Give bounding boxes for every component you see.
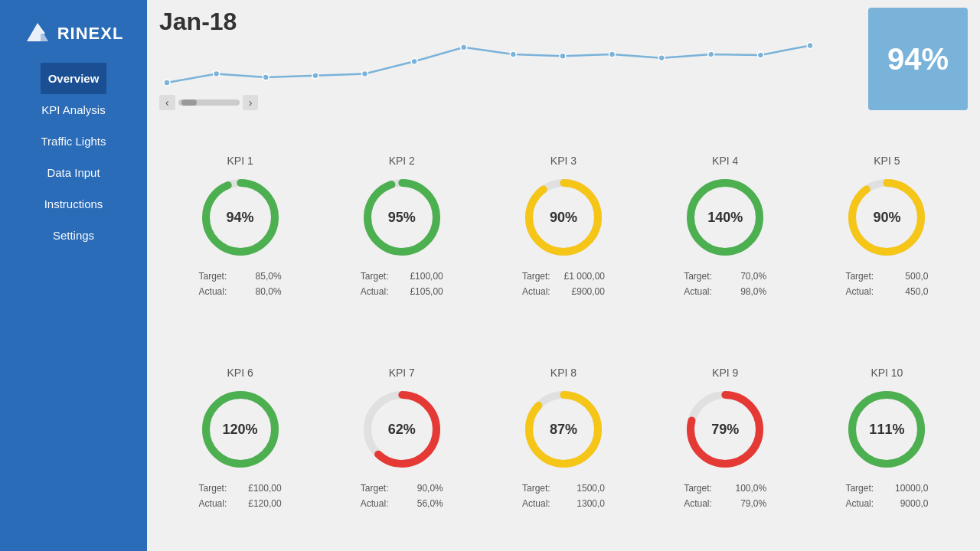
donut-kpi7: 62% (356, 383, 448, 475)
slider-track[interactable] (178, 99, 240, 106)
target-value: 500,0 (882, 269, 928, 284)
actual-value: 79,0% (720, 497, 766, 511)
target-value: 100,0% (720, 481, 766, 496)
line-chart-svg (159, 39, 818, 89)
kpi-stats-kpi10: Target:10000,0 Actual:9000,0 (845, 481, 928, 510)
donut-kpi10: 111% (841, 383, 933, 475)
target-label: Target: (199, 481, 236, 496)
trend-chart (159, 39, 856, 92)
svg-point-11 (609, 51, 616, 57)
actual-label: Actual: (684, 285, 720, 299)
target-value: 90,0% (397, 481, 443, 496)
actual-value: £900,00 (559, 285, 605, 299)
next-button[interactable]: › (243, 95, 259, 110)
kpi-title-kpi8: KPI 8 (550, 367, 577, 379)
logo-text: RINEXL (57, 24, 124, 44)
kpi-stats-kpi8: Target:1500,0 Actual:1300,0 (522, 481, 605, 510)
header-left: Jan-18 ‹ › (159, 8, 856, 110)
target-label: Target: (684, 269, 720, 284)
svg-point-5 (312, 73, 318, 79)
kpi-card-kpi6: KPI 6120%Target:£100,00 Actual:£120,00 (159, 333, 321, 545)
kpi-title-kpi4: KPI 4 (712, 155, 738, 167)
sidebar-item-data-input[interactable]: Data Input (41, 157, 106, 188)
svg-point-4 (263, 74, 269, 80)
actual-label: Actual: (684, 497, 720, 511)
actual-value: 98,0% (720, 285, 766, 299)
donut-label-kpi9: 79% (711, 422, 739, 438)
logo-area: RINEXL (16, 8, 132, 63)
target-value: 10000,0 (882, 481, 928, 496)
donut-label-kpi1: 94% (227, 210, 254, 226)
actual-value: 80,0% (236, 285, 282, 299)
target-label: Target: (522, 481, 559, 496)
sidebar-item-kpi-analysis[interactable]: KPI Analysis (41, 94, 106, 126)
sidebar-item-overview[interactable]: Overview (41, 63, 106, 94)
overall-percent-box: 94% (868, 8, 968, 110)
svg-point-8 (461, 44, 467, 51)
kpi-stats-kpi5: Target:500,0 Actual:450,0 (845, 269, 928, 298)
donut-label-kpi3: 90% (550, 210, 577, 226)
target-label: Target: (522, 269, 559, 284)
sidebar-item-traffic-lights[interactable]: Traffic Lights (41, 126, 106, 157)
donut-kpi4: 140% (679, 171, 771, 263)
target-value: 70,0% (720, 269, 766, 284)
target-value: £1 000,00 (559, 269, 605, 284)
kpi-card-kpi1: KPI 194%Target:85,0% Actual:80,0% (159, 121, 321, 333)
actual-label: Actual: (199, 497, 236, 511)
kpi-card-kpi3: KPI 390%Target:£1 000,00 Actual:£900,00 (482, 121, 644, 333)
actual-value: 450,0 (882, 285, 928, 299)
kpi-card-kpi7: KPI 762%Target:90,0% Actual:56,0% (321, 333, 482, 545)
kpi-stats-kpi6: Target:£100,00 Actual:£120,00 (199, 481, 282, 510)
donut-label-kpi5: 90% (873, 210, 900, 226)
actual-value: £120,00 (236, 497, 282, 511)
svg-point-12 (658, 55, 665, 61)
kpi-stats-kpi7: Target:90,0% Actual:56,0% (361, 481, 443, 510)
donut-kpi6: 120% (194, 383, 286, 475)
kpi-title-kpi5: KPI 5 (874, 155, 900, 167)
target-label: Target: (199, 269, 236, 284)
kpi-title-kpi2: KPI 2 (389, 155, 415, 167)
target-value: £100,00 (397, 269, 443, 284)
svg-point-14 (757, 52, 763, 58)
kpi-title-kpi6: KPI 6 (227, 367, 253, 379)
donut-label-kpi2: 95% (388, 210, 416, 226)
kpi-stats-kpi3: Target:£1 000,00 Actual:£900,00 (522, 269, 605, 298)
donut-kpi5: 90% (841, 171, 933, 263)
actual-label: Actual: (361, 497, 397, 511)
kpi-stats-kpi9: Target:100,0% Actual:79,0% (684, 481, 766, 510)
donut-label-kpi10: 111% (869, 422, 904, 438)
actual-label: Actual: (845, 285, 882, 299)
svg-point-9 (510, 51, 516, 57)
kpi-title-kpi7: KPI 7 (389, 367, 415, 379)
actual-value: 56,0% (397, 497, 443, 511)
kpi-grid: KPI 194%Target:85,0% Actual:80,0%KPI 295… (147, 115, 980, 551)
nav-items: OverviewKPI AnalysisTraffic LightsData I… (41, 63, 106, 251)
donut-kpi9: 79% (679, 383, 771, 475)
kpi-card-kpi4: KPI 4140%Target:70,0% Actual:98,0% (645, 121, 806, 333)
sidebar-item-instructions[interactable]: Instructions (41, 188, 106, 220)
prev-button[interactable]: ‹ (159, 95, 175, 110)
kpi-card-kpi10: KPI 10111%Target:10000,0 Actual:9000,0 (806, 333, 968, 545)
month-title: Jan-18 (159, 8, 856, 36)
nav-controls[interactable]: ‹ › (159, 95, 856, 110)
kpi-title-kpi9: KPI 9 (712, 367, 738, 379)
kpi-title-kpi10: KPI 10 (871, 367, 903, 379)
kpi-card-kpi5: KPI 590%Target:500,0 Actual:450,0 (806, 121, 968, 333)
kpi-card-kpi9: KPI 979%Target:100,0% Actual:79,0% (645, 333, 806, 545)
svg-point-2 (164, 80, 170, 86)
kpi-title-kpi3: KPI 3 (550, 155, 577, 167)
svg-point-15 (807, 42, 813, 48)
actual-value: 9000,0 (882, 497, 928, 511)
actual-label: Actual: (361, 285, 397, 299)
svg-point-7 (411, 58, 417, 64)
logo-icon (24, 20, 51, 47)
slider-thumb[interactable] (181, 99, 197, 106)
sidebar: RINEXL OverviewKPI AnalysisTraffic Light… (0, 0, 147, 551)
kpi-card-kpi2: KPI 295%Target:£100,00 Actual:£105,00 (321, 121, 482, 333)
actual-label: Actual: (522, 285, 559, 299)
actual-label: Actual: (845, 497, 882, 511)
sidebar-item-settings[interactable]: Settings (41, 220, 106, 251)
kpi-stats-kpi1: Target:85,0% Actual:80,0% (199, 269, 282, 298)
overall-percent-label: 94% (887, 42, 949, 77)
donut-label-kpi4: 140% (707, 210, 743, 226)
